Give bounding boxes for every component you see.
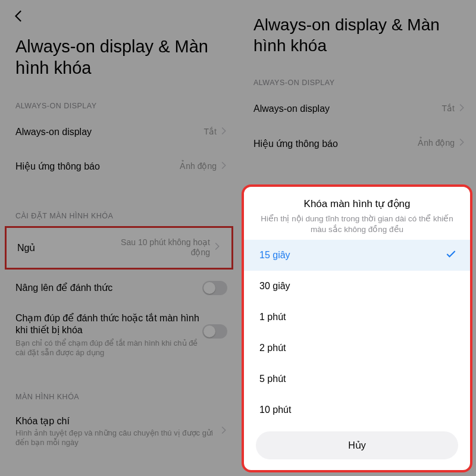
left-screen: Always-on display & Màn hình khóa ALWAYS… xyxy=(0,0,238,476)
section-label-aod: ALWAYS-ON DISPLAY xyxy=(238,62,476,92)
option-label: 15 giây xyxy=(259,250,290,261)
chevron-right-icon xyxy=(220,161,227,172)
toggle-double-tap[interactable] xyxy=(202,324,227,339)
sheet-subtitle: Hiển thị nội dung tĩnh trong thời gian d… xyxy=(258,214,456,235)
arrow-left-icon xyxy=(12,15,27,26)
row-lock-magazine[interactable]: Khóa tạp chí Hình ảnh tuyệt đẹp và những… xyxy=(0,406,238,458)
row-sublabel: Hình ảnh tuyệt đẹp và những câu chuyện t… xyxy=(15,428,220,448)
row-label: Always-on display xyxy=(253,104,442,114)
back-button[interactable] xyxy=(12,8,27,26)
row-value: Tắt xyxy=(442,104,455,114)
option-15s[interactable]: 15 giây xyxy=(244,240,470,271)
row-notification-effect[interactable]: Hiệu ứng thông báo Ảnh động xyxy=(0,149,238,184)
chevron-right-icon xyxy=(458,138,465,149)
option-10m[interactable]: 10 phút xyxy=(244,394,470,425)
check-icon xyxy=(445,248,457,262)
row-sublabel: Bạn chỉ có thể chạm đúp để tắt màn hình … xyxy=(15,339,202,358)
page-title: Always-on display & Màn hình khóa xyxy=(0,0,238,85)
page-title: Always-on display & Màn hình khóa xyxy=(238,0,476,62)
row-label: Hiệu ứng thông báo xyxy=(15,161,180,172)
row-value: Sau 10 phút không hoạt động xyxy=(109,237,210,258)
highlight-sleep-row: Ngủ Sau 10 phút không hoạt động xyxy=(5,226,233,270)
cancel-label: Hủy xyxy=(348,440,366,450)
option-label: 10 phút xyxy=(259,405,291,415)
row-label: Khóa tạp chí xyxy=(15,415,220,427)
row-value: Ảnh động xyxy=(418,138,455,149)
row-label: Nâng lên để đánh thức xyxy=(15,282,202,293)
row-label: Always-on display xyxy=(15,127,204,137)
option-5m[interactable]: 5 phút xyxy=(244,364,470,394)
row-sleep[interactable]: Ngủ Sau 10 phút không hoạt động xyxy=(7,228,231,268)
chevron-right-icon xyxy=(220,127,227,137)
row-value: Tắt xyxy=(204,127,217,137)
section-label-lockscreen: MÀN HÌNH KHÓA xyxy=(0,376,238,406)
section-label-lock-settings: CÀI ĐẶT MÀN HÌNH KHÓA xyxy=(0,195,238,225)
right-screen: Always-on display & Màn hình khóa ALWAYS… xyxy=(238,0,476,476)
row-raise-to-wake[interactable]: Nâng lên để đánh thức xyxy=(0,271,238,305)
option-label: 1 phút xyxy=(259,312,286,322)
row-always-on-display[interactable]: Always-on display Tắt xyxy=(0,115,238,149)
row-notification-effect[interactable]: Hiệu ứng thông báo Ảnh động xyxy=(238,126,476,161)
option-label: 5 phút xyxy=(259,374,286,384)
cancel-button[interactable]: Hủy xyxy=(256,431,458,459)
section-label-aod: ALWAYS-ON DISPLAY xyxy=(0,85,238,115)
toggle-raise-to-wake[interactable] xyxy=(202,281,227,295)
option-label: 2 phút xyxy=(259,343,286,353)
row-value: Ảnh động xyxy=(180,161,217,172)
chevron-right-icon xyxy=(458,104,465,114)
row-double-tap[interactable]: Chạm đúp để đánh thức hoặc tắt màn hình … xyxy=(0,305,238,365)
auto-lock-sheet: Khóa màn hình tự động Hiển thị nội dung … xyxy=(242,184,472,472)
row-label: Ngủ xyxy=(17,242,109,253)
option-30s[interactable]: 30 giây xyxy=(244,271,470,302)
option-2m[interactable]: 2 phút xyxy=(244,333,470,364)
chevron-right-icon xyxy=(220,426,227,437)
option-1m[interactable]: 1 phút xyxy=(244,302,470,333)
sheet-title: Khóa màn hình tự động xyxy=(258,198,456,210)
row-label: Chạm đúp để đánh thức hoặc tắt màn hình … xyxy=(15,312,202,337)
row-always-on-display[interactable]: Always-on display Tắt xyxy=(238,92,476,126)
chevron-right-icon xyxy=(214,242,221,253)
option-label: 30 giây xyxy=(259,281,290,292)
row-label: Hiệu ứng thông báo xyxy=(253,138,418,149)
